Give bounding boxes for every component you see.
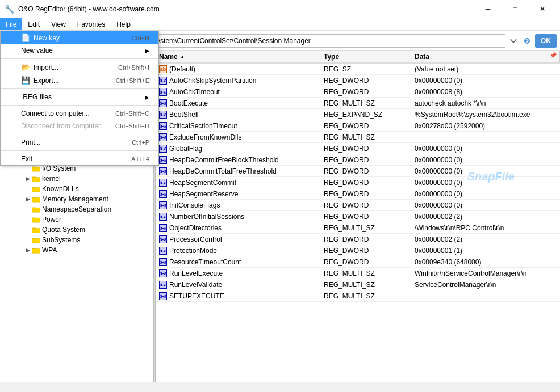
menu-view[interactable]: View <box>45 18 72 30</box>
reg-type-icon: b-a <box>159 224 167 232</box>
reg-type-text: REG_SZ <box>320 65 411 74</box>
reg-type-text: REG_DWORD <box>320 258 411 267</box>
registry-row[interactable]: b-aAutoChkSkipSystemPartitionREG_DWORD0x… <box>156 75 560 86</box>
folder-icon-wpa <box>32 246 41 255</box>
reg-data-text: 0x00000000 (0) <box>411 178 560 187</box>
registry-row[interactable]: b-aSETUPEXECUTEREG_MULTI_SZ <box>156 290 560 302</box>
menu-import[interactable]: 📂 Import... Ctrl+Shift+I <box>1 61 158 74</box>
minimize-button[interactable]: ─ <box>475 1 501 18</box>
tree-item-namespace-separation[interactable]: NamespaceSeparation <box>0 204 153 214</box>
tree-item-wpa[interactable]: ▶ WPA <box>0 245 153 255</box>
tree-expand-power[interactable] <box>24 216 32 224</box>
tree-expand-sub-systems[interactable] <box>24 236 32 244</box>
tree-item-quota-system[interactable]: Quota System <box>0 225 153 235</box>
reg-data-text: 0x00000002 (2) <box>411 212 560 221</box>
close-button[interactable]: ✕ <box>529 1 555 18</box>
reg-type-text: REG_DWORD <box>320 167 411 176</box>
registry-row[interactable]: b-aHeapSegmentReserveREG_DWORD0x00000000… <box>156 188 560 200</box>
sort-icon: ▲ <box>180 54 185 60</box>
svg-rect-63 <box>32 248 40 253</box>
registry-row[interactable]: b-aExcludeFromKnownDllsREG_MULTI_SZ <box>156 132 560 143</box>
registry-row[interactable]: b-aInitConsoleFlagsREG_DWORD0x00000000 (… <box>156 200 560 211</box>
tree-item-known-dlls[interactable]: KnownDLLs <box>0 184 153 194</box>
folder-icon-power <box>32 215 41 224</box>
col-header-type[interactable]: Type <box>320 51 411 62</box>
reg-type-text: REG_DWORD <box>320 155 411 165</box>
reg-type-icon: b-a <box>159 88 167 96</box>
reg-data-text: 0x00000000 (0) <box>411 189 560 199</box>
reg-data-text: WinInit\r\nServiceControlManager\r\n <box>411 269 560 278</box>
registry-row[interactable]: b-aObjectDirectoriesREG_MULTI_SZ\Windows… <box>156 222 560 234</box>
svg-point-4 <box>524 38 530 44</box>
reg-type-icon: b-a <box>159 77 167 85</box>
col-header-name[interactable]: Name ▲ <box>156 51 320 62</box>
tree-expand-namespace-separation[interactable] <box>24 205 32 213</box>
tree-expand-known-dlls[interactable] <box>24 185 32 193</box>
maximize-button[interactable]: □ <box>502 1 528 18</box>
separator-4 <box>1 134 158 134</box>
menu-help[interactable]: Help <box>111 18 136 30</box>
registry-row[interactable]: b-aGlobalFlagREG_DWORD0x00000000 (0) <box>156 143 560 154</box>
exit-shortcut: Alt+F4 <box>131 155 149 162</box>
menu-connect[interactable]: Connect to computer... Ctrl+Shift+C <box>1 107 158 120</box>
reg-name-text: GlobalFlag <box>169 145 202 153</box>
registry-row[interactable]: b-aResourceTimeoutCountREG_DWORD0x0009e3… <box>156 256 560 268</box>
registry-row[interactable]: b-aAutoChkTimeoutREG_DWORD0x00000008 (8) <box>156 86 560 98</box>
registry-row[interactable]: b-aHeapDeCommitFreeBlockThresholdREG_DWO… <box>156 154 560 166</box>
tree-item-kernel[interactable]: ▶ kernel <box>0 174 153 184</box>
menu-reg-files[interactable]: .REG files ▶ <box>1 91 158 103</box>
registry-row[interactable]: b-aHeapDeCommitTotalFreeThresholdREG_DWO… <box>156 166 560 177</box>
reg-type-text: REG_DWORD <box>320 201 411 210</box>
menu-print[interactable]: Print... Ctrl+P <box>1 136 158 149</box>
reg-name-text: NumberOfInitialSessions <box>169 213 244 221</box>
tree-expand-io-system[interactable] <box>24 165 32 172</box>
path-nav-button[interactable] <box>521 35 533 47</box>
reg-data-text: %SystemRoot%\system32\bootim.exe <box>411 110 560 119</box>
folder-icon-kernel <box>32 174 41 183</box>
svg-rect-48 <box>32 197 40 202</box>
svg-rect-57 <box>32 228 40 233</box>
menu-new-key[interactable]: 📄 New key Ctrl+N <box>1 31 158 44</box>
reg-data-text: 0x00278d00 (2592000) <box>411 121 560 130</box>
menu-file[interactable]: File <box>0 18 22 30</box>
reg-name-text: SETUPEXECUTE <box>169 292 224 300</box>
registry-row[interactable]: b-aRunLevelExecuteREG_MULTI_SZWinInit\r\… <box>156 268 560 279</box>
tree-item-sub-systems[interactable]: SubSystems <box>0 235 153 245</box>
reg-type-text: REG_DWORD <box>320 121 411 130</box>
tree-expand-quota-system[interactable] <box>24 226 32 234</box>
folder-icon-memory-management <box>32 195 41 204</box>
reg-name-text: BootExecute <box>169 99 208 107</box>
menu-favorites[interactable]: Favorites <box>72 18 111 30</box>
registry-row[interactable]: ab(Default)REG_SZ(Value not set) <box>156 64 560 75</box>
col-header-data[interactable]: Data <box>411 51 560 62</box>
registry-row[interactable]: b-aHeapSegmentCommitREG_DWORD0x00000000 … <box>156 177 560 188</box>
menu-export[interactable]: 💾 Export... Ctrl+Shift+E <box>1 74 158 87</box>
tree-expand-wpa[interactable]: ▶ <box>24 246 32 254</box>
title-controls: ─ □ ✕ <box>475 1 555 18</box>
registry-row[interactable]: b-aRunLevelValidateREG_MULTI_SZServiceCo… <box>156 279 560 290</box>
registry-row[interactable]: b-aNumberOfInitialSessionsREG_DWORD0x000… <box>156 211 560 222</box>
tree-label-kernel: kernel <box>42 175 61 183</box>
registry-row[interactable]: b-aProtectionModeREG_DWORD0x00000001 (1) <box>156 245 560 256</box>
registry-row[interactable]: b-aBootExecuteREG_MULTI_SZautocheck auto… <box>156 98 560 109</box>
registry-row[interactable]: b-aCriticalSectionTimeoutREG_DWORD0x0027… <box>156 120 560 132</box>
registry-row[interactable]: b-aBootShellREG_EXPAND_SZ%SystemRoot%\sy… <box>156 109 560 120</box>
connect-shortcut: Ctrl+Shift+C <box>115 110 149 117</box>
reg-type-text: REG_DWORD <box>320 178 411 187</box>
tree-label-power: Power <box>42 216 61 224</box>
registry-row[interactable]: b-aProcessorControlREG_DWORD0x00000002 (… <box>156 234 560 245</box>
menu-edit[interactable]: Edit <box>22 18 45 30</box>
reg-files-arrow: ▶ <box>145 94 149 100</box>
path-dropdown-button[interactable] <box>508 35 519 47</box>
tree-label-namespace-separation: NamespaceSeparation <box>42 205 111 213</box>
tree-expand-kernel[interactable]: ▶ <box>24 175 32 183</box>
menu-new-value[interactable]: New value ▶ <box>1 44 158 57</box>
tree-expand-memory-management[interactable]: ▶ <box>24 195 32 203</box>
reg-type-icon: b-a <box>159 190 167 198</box>
tree-item-power[interactable]: Power <box>0 214 153 225</box>
menu-exit[interactable]: Exit Alt+F4 <box>1 153 158 165</box>
export-icon: 💾 <box>21 76 30 85</box>
tree-item-memory-management[interactable]: ▶ Memory Management <box>0 194 153 204</box>
ok-button[interactable]: OK <box>535 34 557 48</box>
nav-right-icon <box>524 37 530 44</box>
